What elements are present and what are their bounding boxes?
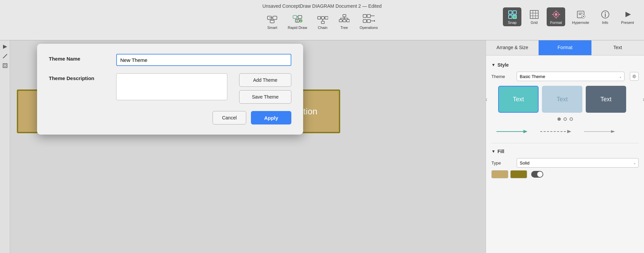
fill-type-label: Type [491, 160, 513, 166]
fill-type-select-wrapper: Solid ⌄ [517, 158, 639, 168]
gear-button[interactable] [630, 72, 639, 81]
hypernote-label: Hypernote [572, 21, 589, 25]
svg-rect-39 [530, 10, 538, 19]
panel-tabs: Arrange & Size Format Text [486, 40, 644, 56]
theme-name-row: Theme Name New Theme [49, 54, 291, 66]
add-theme-button[interactable]: Add Theme [239, 73, 291, 87]
svg-rect-37 [509, 15, 512, 19]
toolbar-rapid-draw[interactable]: + Rapid Draw [284, 11, 311, 32]
style-title: Style [497, 62, 509, 68]
format-button[interactable]: Format [547, 7, 565, 26]
swatch-next-button[interactable]: › [643, 96, 644, 103]
tab-format[interactable]: Format [539, 40, 591, 55]
theme-description-row: Theme Description Add Theme Save Theme [49, 73, 291, 104]
dot-3 [570, 117, 573, 121]
svg-rect-22 [347, 20, 350, 22]
chain-icon [317, 13, 329, 25]
theme-select[interactable]: Basic Theme [517, 72, 624, 81]
theme-description-label: Theme Description [49, 73, 109, 81]
swatch-dark[interactable]: Text [586, 86, 626, 113]
dot-indicators [491, 117, 639, 121]
title-bar: Unsaved ConceptDraw DIAGRAM Document 2 —… [0, 0, 644, 40]
cancel-button[interactable]: Cancel [213, 111, 246, 124]
swatch-light-blue[interactable]: Text [542, 86, 582, 113]
svg-rect-19 [343, 14, 346, 17]
arrow-thin[interactable] [579, 125, 619, 138]
fill-toggle[interactable] [531, 171, 543, 178]
svg-rect-18 [321, 21, 324, 24]
present-button[interactable]: Present [618, 7, 637, 26]
svg-text:+: + [300, 20, 301, 23]
main-toolbar: Smart + Rapid Draw [255, 11, 388, 32]
svg-rect-1 [273, 16, 277, 20]
main-area: − + Theme Name New Theme Theme Descripti… [0, 40, 644, 253]
fill-section-header: ▼ Fill [491, 149, 639, 154]
svg-marker-59 [625, 12, 631, 17]
info-button[interactable]: Info [596, 7, 614, 26]
theme-description-input[interactable] [116, 73, 227, 100]
theme-dialog: Theme Name New Theme Theme Description A… [37, 44, 303, 135]
smart-label: Smart [267, 26, 277, 30]
rapid-draw-icon: + [291, 13, 303, 25]
info-icon [600, 9, 611, 20]
toolbar-tree[interactable]: Tree [334, 11, 354, 32]
svg-rect-6 [298, 15, 302, 19]
svg-rect-2 [270, 20, 274, 23]
hypernote-button[interactable]: Hypernote [569, 7, 592, 26]
theme-swatches: Text Text Text [498, 86, 632, 113]
svg-rect-30 [363, 20, 366, 23]
svg-rect-12 [318, 16, 321, 19]
svg-rect-13 [321, 16, 324, 19]
arrow-dashed[interactable] [535, 125, 576, 138]
fill-title: Fill [497, 149, 504, 154]
grid-label: Grid [530, 21, 538, 25]
dot-1 [557, 117, 561, 121]
tree-icon [338, 13, 350, 25]
svg-rect-31 [367, 20, 371, 23]
arrow-swatches [491, 125, 639, 138]
fill-chevron: ▼ [491, 149, 495, 154]
dot-2 [564, 117, 567, 121]
fill-type-select[interactable]: Solid [517, 158, 639, 168]
hypernote-icon [575, 9, 586, 20]
svg-marker-34 [374, 20, 375, 22]
svg-marker-70 [611, 130, 615, 133]
tab-text[interactable]: Text [591, 40, 644, 55]
fill-section: ▼ Fill Type Solid ⌄ [491, 143, 639, 178]
dialog-overlay: Theme Name New Theme Theme Description A… [0, 40, 486, 253]
fill-color-2[interactable] [510, 170, 527, 178]
grid-button[interactable]: Grid [525, 7, 543, 26]
svg-rect-21 [343, 20, 346, 22]
snap-label: Snap [508, 21, 517, 25]
apply-button[interactable]: Apply [251, 111, 291, 124]
svg-marker-66 [523, 130, 527, 133]
theme-select-wrapper: Basic Theme ⌄ [517, 72, 624, 81]
right-panel: Arrange & Size Format Text ▼ Style Theme… [486, 40, 644, 253]
svg-point-64 [634, 76, 635, 77]
fill-color-1[interactable] [491, 170, 508, 178]
theme-name-input[interactable]: New Theme [116, 54, 291, 66]
toolbar-smart[interactable]: Smart [262, 11, 282, 32]
format-toolbar-icon [551, 9, 561, 20]
smart-icon [266, 13, 278, 25]
arrow-solid[interactable] [491, 125, 532, 138]
save-theme-button[interactable]: Save Theme [239, 90, 291, 104]
present-icon [622, 9, 633, 20]
svg-rect-36 [513, 11, 516, 14]
tab-arrange[interactable]: Arrange & Size [486, 40, 539, 55]
operations-label: Operations [360, 26, 378, 30]
swatch-prev-button[interactable]: ‹ [486, 96, 487, 103]
grid-icon [529, 9, 540, 20]
swatch-teal[interactable]: Text [498, 86, 539, 113]
fill-color-row [491, 170, 639, 178]
snap-button[interactable]: Snap [503, 7, 521, 26]
operations-icon [363, 13, 375, 25]
theme-row-label: Theme [491, 74, 513, 79]
tree-label: Tree [341, 26, 348, 30]
canvas-area[interactable]: − + Theme Name New Theme Theme Descripti… [0, 40, 486, 253]
toolbar-operations[interactable]: Operations [356, 11, 382, 32]
svg-rect-14 [325, 16, 328, 19]
format-toolbar-label: Format [550, 21, 562, 25]
toolbar-chain[interactable]: Chain [313, 11, 333, 32]
style-chevron: ▼ [491, 63, 495, 67]
